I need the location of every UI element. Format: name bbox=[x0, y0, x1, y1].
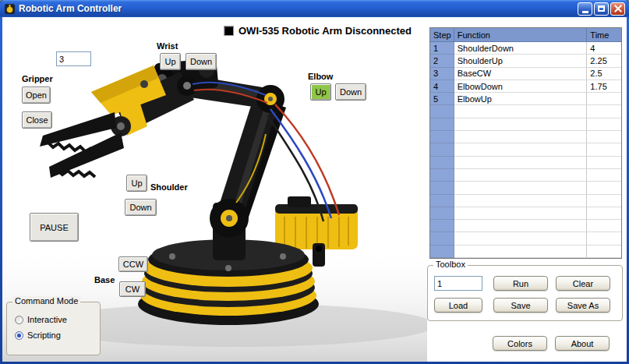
close-icon bbox=[613, 4, 623, 13]
minimize-button[interactable] bbox=[578, 2, 592, 16]
table-cell-step bbox=[430, 118, 454, 131]
about-button[interactable]: About bbox=[555, 336, 610, 351]
maximize-icon bbox=[598, 5, 605, 12]
shoulder-up-button[interactable]: Up bbox=[126, 175, 147, 192]
minimize-icon bbox=[582, 11, 588, 13]
gripper-open-button[interactable]: Open bbox=[22, 87, 51, 104]
header-cell-step: Step bbox=[430, 28, 454, 42]
table-cell-step bbox=[430, 157, 454, 169]
table-cell-step bbox=[430, 195, 454, 207]
elbow-up-button[interactable]: Up bbox=[310, 83, 331, 101]
load-button[interactable]: Load bbox=[434, 298, 482, 313]
pause-button[interactable]: PAUSE bbox=[30, 213, 79, 242]
table-cell-fn: ShoulderDown bbox=[454, 42, 588, 55]
close-button[interactable] bbox=[610, 2, 625, 16]
gripper-close-button[interactable]: Close bbox=[22, 111, 52, 129]
table-cell-step: 5 bbox=[430, 93, 454, 105]
table-header: Step Function Time bbox=[430, 28, 621, 42]
elbow-down-button[interactable]: Down bbox=[335, 83, 366, 101]
command-mode-legend: Command Mode bbox=[12, 296, 80, 306]
table-cell-time bbox=[587, 169, 621, 182]
run-count-input[interactable] bbox=[434, 276, 482, 291]
status-indicator bbox=[224, 26, 234, 36]
status-text: OWI-535 Robotic Arm Disconnected bbox=[239, 25, 412, 37]
command-mode-group: Command Mode Interactive Scripting bbox=[6, 302, 101, 355]
shoulder-label: Shoulder bbox=[150, 182, 188, 192]
radio-interactive-label: Interactive bbox=[27, 315, 67, 324]
toolbox-group: Toolbox Run Clear Load Save Save As bbox=[427, 265, 623, 321]
table-row[interactable] bbox=[430, 105, 621, 118]
table-row[interactable]: 1ShoulderDown4 bbox=[430, 42, 621, 55]
table-cell-time bbox=[587, 246, 621, 258]
table-cell-step bbox=[430, 143, 454, 156]
radio-interactive-icon bbox=[15, 316, 23, 324]
table-row[interactable] bbox=[430, 246, 621, 258]
table-row[interactable] bbox=[430, 220, 621, 232]
table-row[interactable] bbox=[430, 207, 621, 220]
table-row[interactable]: 2ShoulderUp2.25 bbox=[430, 55, 621, 67]
table-row[interactable]: 5ElbowUp bbox=[430, 93, 621, 105]
wrist-up-button[interactable]: Up bbox=[160, 53, 181, 70]
table-cell-fn bbox=[454, 232, 588, 245]
table-cell-time bbox=[587, 220, 621, 232]
table-cell-step bbox=[430, 131, 454, 143]
title-bar[interactable]: Robotic Arm Controller bbox=[0, 0, 629, 17]
table-row[interactable] bbox=[430, 143, 621, 156]
wrist-down-button[interactable]: Down bbox=[186, 53, 217, 70]
table-cell-step: 3 bbox=[430, 68, 454, 80]
script-table[interactable]: Step Function Time 1ShoulderDown42Should… bbox=[429, 27, 622, 259]
radio-scripting-label: Scripting bbox=[27, 330, 61, 340]
table-cell-time bbox=[587, 195, 621, 207]
table-row[interactable] bbox=[430, 182, 621, 194]
table-cell-time bbox=[587, 182, 621, 194]
table-row[interactable] bbox=[430, 232, 621, 245]
save-as-button[interactable]: Save As bbox=[556, 298, 610, 313]
table-cell-fn: ShoulderUp bbox=[454, 55, 588, 67]
radio-scripting[interactable]: Scripting bbox=[15, 330, 61, 340]
toolbox-legend: Toolbox bbox=[433, 260, 468, 269]
base-cw-button[interactable]: CW bbox=[119, 281, 146, 297]
table-cell-fn bbox=[454, 131, 588, 143]
table-cell-fn bbox=[454, 157, 588, 169]
colors-button[interactable]: Colors bbox=[493, 336, 547, 351]
time-input[interactable] bbox=[56, 51, 91, 66]
save-button[interactable]: Save bbox=[493, 298, 548, 313]
table-cell-step bbox=[430, 220, 454, 232]
table-row[interactable] bbox=[430, 131, 621, 143]
run-button[interactable]: Run bbox=[493, 276, 548, 291]
table-cell-step bbox=[430, 169, 454, 182]
client-area: OWI-535 Robotic Arm Disconnected Wrist U… bbox=[2, 17, 627, 362]
table-cell-step: 1 bbox=[430, 42, 454, 55]
table-cell-step bbox=[430, 246, 454, 258]
table-cell-fn bbox=[454, 207, 588, 220]
table-cell-step bbox=[430, 105, 454, 118]
table-cell-fn: ElbowUp bbox=[454, 93, 588, 105]
clear-button[interactable]: Clear bbox=[556, 276, 610, 291]
table-cell-time bbox=[587, 232, 621, 245]
table-cell-time: 2.5 bbox=[587, 68, 621, 80]
elbow-label: Elbow bbox=[308, 72, 333, 81]
shoulder-down-button[interactable]: Down bbox=[125, 199, 157, 216]
header-cell-function: Function bbox=[454, 28, 588, 42]
table-cell-time: 4 bbox=[587, 42, 621, 55]
table-cell-fn: ElbowDown bbox=[454, 80, 588, 93]
table-row[interactable] bbox=[430, 118, 621, 131]
table-cell-time bbox=[587, 93, 621, 105]
table-row[interactable]: 4ElbowDown1.75 bbox=[430, 80, 621, 93]
base-label: Base bbox=[94, 275, 115, 284]
gripper-label: Gripper bbox=[22, 74, 53, 83]
maximize-button[interactable] bbox=[594, 2, 609, 16]
header-cell-time: Time bbox=[587, 28, 621, 42]
table-cell-step bbox=[430, 232, 454, 245]
table-row[interactable] bbox=[430, 157, 621, 169]
app-icon bbox=[4, 3, 16, 15]
table-cell-fn bbox=[454, 118, 588, 131]
table-cell-time: 1.75 bbox=[587, 80, 621, 93]
radio-interactive[interactable]: Interactive bbox=[15, 315, 67, 324]
table-cell-fn bbox=[454, 169, 588, 182]
table-row[interactable]: 3BaseCW2.5 bbox=[430, 68, 621, 80]
base-ccw-button[interactable]: CCW bbox=[118, 256, 148, 272]
table-cell-fn bbox=[454, 195, 588, 207]
table-row[interactable] bbox=[430, 169, 621, 182]
table-row[interactable] bbox=[430, 195, 621, 207]
